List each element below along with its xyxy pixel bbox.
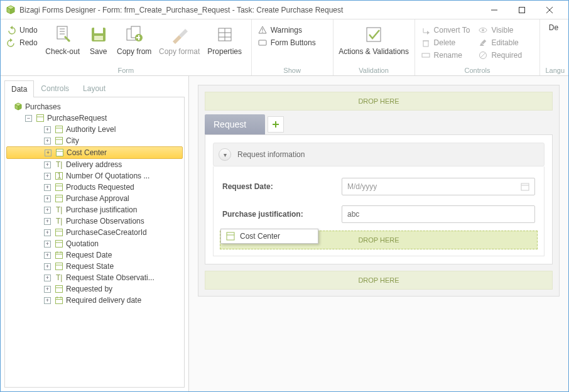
properties-button[interactable]: Properties xyxy=(206,22,244,56)
redo-label: Redo xyxy=(19,38,38,47)
tree-item[interactable]: +Quotation xyxy=(6,238,183,249)
text-input[interactable]: abc xyxy=(342,205,535,223)
tree-item[interactable]: +Cost Center xyxy=(6,146,183,159)
rename-button[interactable]: Rename xyxy=(419,50,473,61)
undo-button[interactable]: Undo xyxy=(4,24,40,36)
field-request-date[interactable]: Request Date: M/d/yyyy xyxy=(220,173,538,200)
ribbon-group-show: Show xyxy=(256,65,329,75)
minimize-button[interactable] xyxy=(480,1,508,19)
svg-rect-17 xyxy=(259,40,266,45)
svg-rect-46 xyxy=(56,241,63,248)
copy-format-button[interactable]: Copy format xyxy=(157,22,202,56)
redo-button[interactable]: Redo xyxy=(4,37,40,48)
form-canvas[interactable]: DROP HERE Request ▾ Request information … xyxy=(189,76,568,391)
save-button[interactable]: Save xyxy=(85,22,112,56)
svg-text:T|: T| xyxy=(56,273,62,282)
svg-point-16 xyxy=(262,31,263,33)
date-input[interactable]: M/d/yyyy xyxy=(342,178,535,195)
window-title: Bizagi Forms Designer - Form: frm_Create… xyxy=(19,6,480,14)
tree-entity[interactable]: − PurchaseRequest xyxy=(6,112,183,124)
form-buttons-icon xyxy=(258,38,267,47)
tree-item[interactable]: +T|Purchase justification xyxy=(6,204,183,215)
svg-rect-63 xyxy=(521,183,529,190)
actions-validations-button[interactable]: Actions & Validations xyxy=(337,22,411,56)
side-panel: Data Controls Layout Purchases− Purchase… xyxy=(1,76,189,391)
add-tab-button[interactable] xyxy=(268,116,284,133)
tree-item[interactable]: +PurchaseCaseCreatorId xyxy=(6,227,183,238)
ribbon-group-validation: Validation xyxy=(337,65,411,75)
svg-rect-18 xyxy=(367,28,381,41)
svg-rect-24 xyxy=(482,40,487,45)
drop-zone-bottom[interactable]: DROP HERE xyxy=(205,271,553,290)
drag-ghost: Cost Center xyxy=(220,229,318,244)
editable-button[interactable]: Editable xyxy=(476,37,524,48)
svg-point-23 xyxy=(482,29,485,31)
tree-item[interactable]: +T|Delivery address xyxy=(6,159,183,170)
drop-zone-top[interactable]: DROP HERE xyxy=(205,92,553,111)
tree-item[interactable]: +City xyxy=(6,135,183,146)
visible-button[interactable]: Visible xyxy=(476,24,524,36)
tree-root[interactable]: Purchases xyxy=(6,101,183,112)
data-tree[interactable]: Purchases− PurchaseRequest+Authority Lev… xyxy=(4,97,185,388)
plus-icon xyxy=(272,121,279,128)
svg-rect-52 xyxy=(56,263,63,270)
entity-icon xyxy=(226,232,235,241)
tree-item[interactable]: +T|Purchase Observations xyxy=(6,215,183,227)
field-label: Purchase justification: xyxy=(222,210,335,219)
warnings-button[interactable]: Warnings xyxy=(256,24,318,36)
svg-rect-19 xyxy=(423,41,428,46)
warning-icon xyxy=(258,26,267,35)
drop-zone-active[interactable]: DROP HERE Cost Center xyxy=(220,231,538,249)
tree-item[interactable]: +1Number Of Quotations ... xyxy=(6,170,183,182)
svg-text:T|: T| xyxy=(56,160,62,169)
side-tabs: Data Controls Layout xyxy=(4,80,185,97)
svg-rect-55 xyxy=(56,286,63,293)
svg-rect-27 xyxy=(37,115,44,122)
tree-item[interactable]: +Request State xyxy=(6,261,183,272)
svg-text:T|: T| xyxy=(56,205,62,214)
form-buttons-button[interactable]: Form Buttons xyxy=(256,37,318,48)
tree-item[interactable]: +Purchase Approval xyxy=(6,193,183,204)
tree-item[interactable]: +Required delivery date xyxy=(6,295,183,306)
properties-icon xyxy=(214,23,236,46)
form-container: DROP HERE Request ▾ Request information … xyxy=(198,85,560,297)
close-button[interactable] xyxy=(536,1,563,19)
tab-controls[interactable]: Controls xyxy=(34,80,76,97)
svg-rect-40 xyxy=(56,195,63,202)
section-header[interactable]: ▾ Request information xyxy=(213,143,545,166)
svg-rect-1 xyxy=(519,7,525,13)
delete-button[interactable]: Delete xyxy=(419,37,473,48)
brush-icon xyxy=(168,23,191,46)
field-purchase-justification[interactable]: Purchase justification: abc xyxy=(220,200,538,228)
chevron-down-icon[interactable]: ▾ xyxy=(219,148,231,161)
eye-icon xyxy=(479,26,487,35)
ribbon: Undo Redo Check-out Save Copy from Copy … xyxy=(1,19,568,76)
tab-layout[interactable]: Layout xyxy=(76,80,112,97)
svg-rect-7 xyxy=(94,36,103,40)
ribbon-group-language: Langu xyxy=(544,65,565,75)
rename-icon xyxy=(421,51,430,60)
copy-from-button[interactable]: Copy from xyxy=(116,22,153,56)
undo-label: Undo xyxy=(19,26,38,35)
default-button[interactable]: De xyxy=(544,22,563,32)
tree-item[interactable]: +T|Request State Observati... xyxy=(6,272,183,283)
form-tab-request[interactable]: Request xyxy=(205,114,265,134)
calendar-icon[interactable] xyxy=(521,182,529,191)
undo-icon xyxy=(7,26,16,35)
tree-item[interactable]: +Products Requested xyxy=(6,182,183,193)
svg-rect-38 xyxy=(56,184,63,191)
required-icon xyxy=(479,51,487,60)
svg-rect-57 xyxy=(56,298,63,304)
svg-rect-44 xyxy=(56,229,63,236)
tree-item[interactable]: +Authority Level xyxy=(6,124,183,135)
maximize-button[interactable] xyxy=(508,1,536,19)
copy-from-icon xyxy=(123,23,146,46)
tab-data[interactable]: Data xyxy=(4,80,34,97)
tree-item[interactable]: +Request Date xyxy=(6,249,183,261)
required-button[interactable]: Required xyxy=(476,50,524,61)
tree-item[interactable]: +Requested by xyxy=(6,283,183,295)
convert-to-button[interactable]: Convert To xyxy=(419,24,473,36)
svg-text:1: 1 xyxy=(57,172,62,180)
checkout-button[interactable]: Check-out xyxy=(44,22,82,56)
svg-rect-65 xyxy=(227,232,234,240)
